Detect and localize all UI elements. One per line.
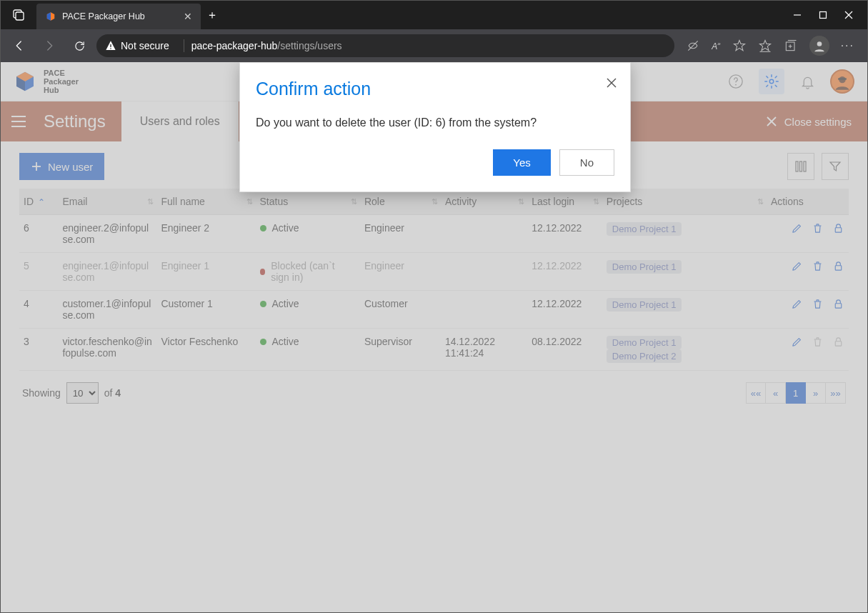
back-button[interactable] bbox=[6, 34, 32, 57]
minimize-icon[interactable] bbox=[793, 11, 802, 19]
security-warning[interactable]: Not secure bbox=[105, 40, 169, 51]
modal-title: Confirm action bbox=[256, 79, 614, 99]
favicon-icon bbox=[45, 11, 56, 22]
browser-tab[interactable]: PACE Packager Hub ✕ bbox=[36, 4, 201, 29]
svg-line-8 bbox=[689, 41, 698, 50]
address-input[interactable]: Not secure pace-packager-hub/settings/us… bbox=[96, 34, 674, 57]
tracking-icon[interactable] bbox=[686, 39, 700, 53]
confirm-no-button[interactable]: No bbox=[559, 149, 614, 176]
svg-rect-6 bbox=[110, 44, 111, 47]
tab-overview-icon[interactable] bbox=[1, 1, 36, 29]
url-text: pace-packager-hub/settings/users bbox=[191, 40, 342, 51]
browser-addressbar: Not secure pace-packager-hub/settings/us… bbox=[1, 29, 867, 62]
close-window-icon[interactable] bbox=[844, 11, 853, 19]
svg-rect-7 bbox=[110, 48, 111, 49]
read-aloud-icon[interactable]: A» bbox=[712, 41, 720, 51]
maximize-icon[interactable] bbox=[819, 11, 827, 19]
refresh-button[interactable] bbox=[66, 34, 92, 57]
svg-point-14 bbox=[817, 41, 822, 46]
confirm-modal: Confirm action Do you want to delete the… bbox=[239, 62, 631, 192]
new-tab-button[interactable]: ＋ bbox=[201, 1, 224, 29]
security-label: Not secure bbox=[121, 40, 169, 51]
tab-title: PACE Packager Hub bbox=[62, 11, 145, 21]
favorite-icon[interactable] bbox=[732, 39, 747, 53]
confirm-yes-button[interactable]: Yes bbox=[493, 149, 550, 176]
browser-profile-icon[interactable] bbox=[809, 36, 829, 56]
forward-button bbox=[36, 34, 62, 57]
collections-icon[interactable] bbox=[784, 39, 798, 53]
tab-close-icon[interactable]: ✕ bbox=[184, 11, 192, 22]
svg-rect-3 bbox=[820, 12, 827, 19]
browser-tabbar: PACE Packager Hub ✕ ＋ bbox=[1, 1, 867, 29]
favorites-bar-icon[interactable] bbox=[758, 39, 772, 53]
modal-close-icon[interactable] bbox=[606, 77, 617, 89]
window-controls bbox=[779, 1, 867, 29]
svg-rect-1 bbox=[16, 12, 24, 20]
more-icon[interactable]: ··· bbox=[841, 39, 854, 52]
modal-text: Do you want to delete the user (ID: 6) f… bbox=[256, 116, 614, 129]
